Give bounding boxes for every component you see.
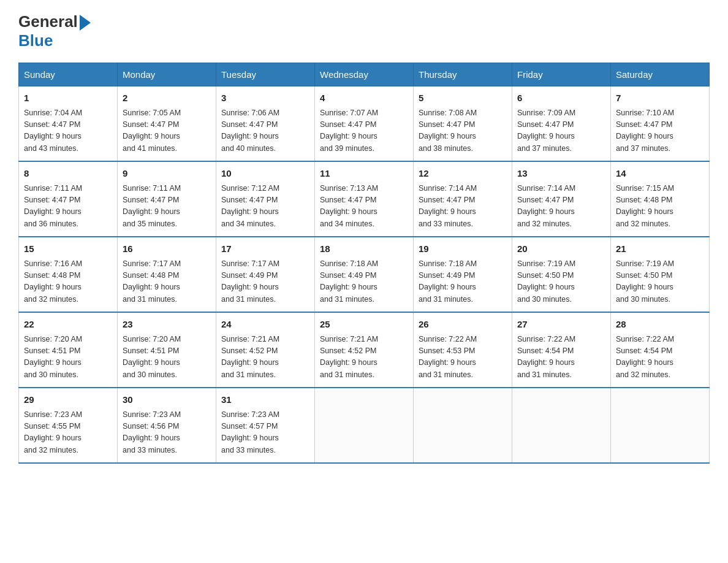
calendar-day-cell: 31Sunrise: 7:23 AMSunset: 4:57 PMDayligh…	[216, 388, 315, 463]
calendar-day-cell: 3Sunrise: 7:06 AMSunset: 4:47 PMDaylight…	[216, 86, 315, 162]
day-number: 7	[616, 91, 704, 105]
day-info: Sunrise: 7:23 AMSunset: 4:56 PMDaylight:…	[123, 409, 211, 457]
calendar-day-cell: 21Sunrise: 7:19 AMSunset: 4:50 PMDayligh…	[611, 237, 710, 312]
calendar-week-row: 8Sunrise: 7:11 AMSunset: 4:47 PMDaylight…	[19, 161, 710, 237]
calendar-day-cell: 8Sunrise: 7:11 AMSunset: 4:47 PMDaylight…	[19, 161, 118, 237]
calendar-day-cell: 17Sunrise: 7:17 AMSunset: 4:49 PMDayligh…	[216, 237, 315, 312]
calendar-day-cell: 5Sunrise: 7:08 AMSunset: 4:47 PMDaylight…	[414, 86, 512, 162]
day-info: Sunrise: 7:16 AMSunset: 4:48 PMDaylight:…	[24, 258, 112, 306]
day-number: 26	[419, 318, 507, 332]
day-info: Sunrise: 7:08 AMSunset: 4:47 PMDaylight:…	[419, 107, 507, 155]
calendar-day-cell: 14Sunrise: 7:15 AMSunset: 4:48 PMDayligh…	[611, 161, 710, 237]
calendar-empty-cell	[414, 388, 512, 463]
day-info: Sunrise: 7:10 AMSunset: 4:47 PMDaylight:…	[616, 107, 704, 155]
day-header-wednesday: Wednesday	[315, 63, 414, 86]
day-header-thursday: Thursday	[414, 63, 512, 86]
day-info: Sunrise: 7:19 AMSunset: 4:50 PMDaylight:…	[616, 258, 704, 306]
day-info: Sunrise: 7:18 AMSunset: 4:49 PMDaylight:…	[320, 258, 408, 306]
calendar-day-cell: 20Sunrise: 7:19 AMSunset: 4:50 PMDayligh…	[512, 237, 611, 312]
calendar-empty-cell	[315, 388, 414, 463]
day-info: Sunrise: 7:20 AMSunset: 4:51 PMDaylight:…	[24, 334, 112, 381]
day-number: 28	[616, 318, 704, 332]
calendar-day-cell: 11Sunrise: 7:13 AMSunset: 4:47 PMDayligh…	[315, 161, 414, 237]
day-number: 12	[419, 167, 507, 181]
day-number: 8	[24, 167, 112, 181]
day-info: Sunrise: 7:23 AMSunset: 4:57 PMDaylight:…	[221, 409, 309, 457]
day-info: Sunrise: 7:14 AMSunset: 4:47 PMDaylight:…	[419, 183, 507, 231]
calendar-empty-cell	[611, 388, 710, 463]
calendar-table: SundayMondayTuesdayWednesdayThursdayFrid…	[18, 63, 710, 464]
day-header-saturday: Saturday	[611, 63, 710, 86]
day-info: Sunrise: 7:14 AMSunset: 4:47 PMDaylight:…	[517, 183, 605, 231]
day-number: 1	[24, 91, 112, 105]
day-number: 27	[517, 318, 605, 332]
day-info: Sunrise: 7:04 AMSunset: 4:47 PMDaylight:…	[24, 107, 112, 155]
calendar-day-cell: 27Sunrise: 7:22 AMSunset: 4:54 PMDayligh…	[512, 312, 611, 388]
day-number: 19	[419, 242, 507, 256]
calendar-week-row: 15Sunrise: 7:16 AMSunset: 4:48 PMDayligh…	[19, 237, 710, 312]
day-info: Sunrise: 7:22 AMSunset: 4:54 PMDaylight:…	[517, 334, 605, 381]
calendar-empty-cell	[512, 388, 611, 463]
day-header-friday: Friday	[512, 63, 611, 86]
logo-general-text: General	[18, 12, 91, 31]
day-info: Sunrise: 7:18 AMSunset: 4:49 PMDaylight:…	[419, 258, 507, 306]
day-info: Sunrise: 7:22 AMSunset: 4:53 PMDaylight:…	[419, 334, 507, 381]
day-info: Sunrise: 7:21 AMSunset: 4:52 PMDaylight:…	[320, 334, 408, 381]
calendar-day-cell: 12Sunrise: 7:14 AMSunset: 4:47 PMDayligh…	[414, 161, 512, 237]
day-number: 21	[616, 242, 704, 256]
day-number: 29	[24, 393, 112, 407]
day-header-tuesday: Tuesday	[216, 63, 315, 86]
calendar-day-cell: 28Sunrise: 7:22 AMSunset: 4:54 PMDayligh…	[611, 312, 710, 388]
calendar-day-cell: 7Sunrise: 7:10 AMSunset: 4:47 PMDaylight…	[611, 86, 710, 162]
day-info: Sunrise: 7:22 AMSunset: 4:54 PMDaylight:…	[616, 334, 704, 381]
calendar-day-cell: 6Sunrise: 7:09 AMSunset: 4:47 PMDaylight…	[512, 86, 611, 162]
day-number: 13	[517, 167, 605, 181]
calendar-day-cell: 4Sunrise: 7:07 AMSunset: 4:47 PMDaylight…	[315, 86, 414, 162]
day-number: 31	[221, 393, 309, 407]
day-info: Sunrise: 7:20 AMSunset: 4:51 PMDaylight:…	[123, 334, 211, 381]
day-info: Sunrise: 7:13 AMSunset: 4:47 PMDaylight:…	[320, 183, 408, 231]
day-info: Sunrise: 7:07 AMSunset: 4:47 PMDaylight:…	[320, 107, 408, 155]
calendar-day-cell: 25Sunrise: 7:21 AMSunset: 4:52 PMDayligh…	[315, 312, 414, 388]
calendar-day-cell: 13Sunrise: 7:14 AMSunset: 4:47 PMDayligh…	[512, 161, 611, 237]
day-number: 14	[616, 167, 704, 181]
day-number: 17	[221, 242, 309, 256]
day-info: Sunrise: 7:06 AMSunset: 4:47 PMDaylight:…	[221, 107, 309, 155]
day-number: 5	[419, 91, 507, 105]
calendar-header-row: SundayMondayTuesdayWednesdayThursdayFrid…	[19, 63, 710, 86]
day-info: Sunrise: 7:11 AMSunset: 4:47 PMDaylight:…	[24, 183, 112, 231]
day-info: Sunrise: 7:19 AMSunset: 4:50 PMDaylight:…	[517, 258, 605, 306]
calendar-day-cell: 15Sunrise: 7:16 AMSunset: 4:48 PMDayligh…	[19, 237, 118, 312]
calendar-day-cell: 2Sunrise: 7:05 AMSunset: 4:47 PMDaylight…	[118, 86, 216, 162]
calendar-day-cell: 26Sunrise: 7:22 AMSunset: 4:53 PMDayligh…	[414, 312, 512, 388]
day-info: Sunrise: 7:23 AMSunset: 4:55 PMDaylight:…	[24, 409, 112, 457]
day-info: Sunrise: 7:09 AMSunset: 4:47 PMDaylight:…	[517, 107, 605, 155]
day-number: 16	[123, 242, 211, 256]
day-number: 24	[221, 318, 309, 332]
calendar-day-cell: 19Sunrise: 7:18 AMSunset: 4:49 PMDayligh…	[414, 237, 512, 312]
day-info: Sunrise: 7:05 AMSunset: 4:47 PMDaylight:…	[123, 107, 211, 155]
calendar-week-row: 29Sunrise: 7:23 AMSunset: 4:55 PMDayligh…	[19, 388, 710, 463]
calendar-week-row: 22Sunrise: 7:20 AMSunset: 4:51 PMDayligh…	[19, 312, 710, 388]
day-info: Sunrise: 7:17 AMSunset: 4:49 PMDaylight:…	[221, 258, 309, 306]
day-number: 10	[221, 167, 309, 181]
page-header: General Blue	[18, 12, 710, 50]
calendar-day-cell: 1Sunrise: 7:04 AMSunset: 4:47 PMDaylight…	[19, 86, 118, 162]
calendar-day-cell: 16Sunrise: 7:17 AMSunset: 4:48 PMDayligh…	[118, 237, 216, 312]
day-header-monday: Monday	[118, 63, 216, 86]
day-info: Sunrise: 7:17 AMSunset: 4:48 PMDaylight:…	[123, 258, 211, 306]
day-number: 3	[221, 91, 309, 105]
day-number: 30	[123, 393, 211, 407]
calendar-day-cell: 18Sunrise: 7:18 AMSunset: 4:49 PMDayligh…	[315, 237, 414, 312]
day-info: Sunrise: 7:11 AMSunset: 4:47 PMDaylight:…	[123, 183, 211, 231]
calendar-day-cell: 22Sunrise: 7:20 AMSunset: 4:51 PMDayligh…	[19, 312, 118, 388]
day-number: 4	[320, 91, 408, 105]
day-number: 22	[24, 318, 112, 332]
day-header-sunday: Sunday	[19, 63, 118, 86]
day-number: 9	[123, 167, 211, 181]
day-number: 20	[517, 242, 605, 256]
day-number: 11	[320, 167, 408, 181]
calendar-day-cell: 29Sunrise: 7:23 AMSunset: 4:55 PMDayligh…	[19, 388, 118, 463]
day-number: 2	[123, 91, 211, 105]
calendar-day-cell: 30Sunrise: 7:23 AMSunset: 4:56 PMDayligh…	[118, 388, 216, 463]
